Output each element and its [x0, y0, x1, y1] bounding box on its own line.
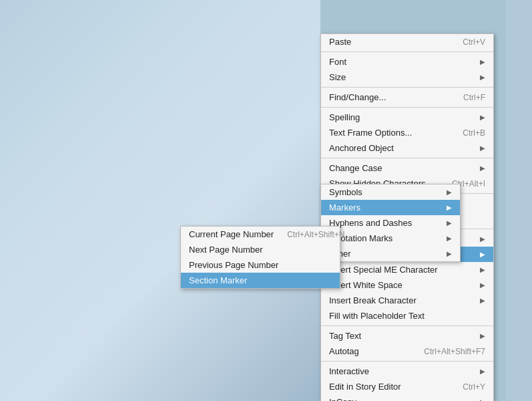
menu-item-text-frame-options---[interactable]: Text Frame Options...Ctrl+B — [321, 125, 493, 140]
submenu-arrow-icon: ▶ — [480, 144, 485, 152]
submenu-arrow-icon: ▶ — [480, 266, 485, 273]
submenu-arrow-icon: ▶ — [480, 164, 485, 172]
submenu-arrow-icon: ▶ — [480, 74, 485, 81]
menu-item-label: Previous Page Number — [189, 260, 278, 270]
menu-item-find-change---[interactable]: Find/Change...Ctrl+F — [321, 90, 493, 105]
submenu-arrow-icon: ▶ — [480, 281, 485, 289]
submenu-arrow-icon: ▶ — [480, 368, 485, 375]
menu-item-label: Interactive — [329, 366, 369, 376]
submenu-arrow-icon: ▶ — [447, 219, 452, 227]
menu-item-label: Paste — [329, 37, 351, 47]
menu-item-label: Find/Change... — [329, 92, 386, 102]
menu-item-insert-break-character[interactable]: Insert Break Character▶ — [321, 293, 493, 308]
menu-item-paste[interactable]: PasteCtrl+V — [321, 34, 493, 49]
menu-separator — [321, 361, 493, 362]
menu-separator — [321, 51, 493, 52]
menu-item-label: Insert Break Character — [329, 295, 417, 305]
submenu-arrow-icon: ▶ — [480, 398, 485, 401]
submenu-arrow-icon: ▶ — [447, 204, 452, 211]
menu-item-change-case[interactable]: Change Case▶ — [321, 160, 493, 176]
submenu-l2-item-current-page-number[interactable]: Current Page NumberCtrl+Alt+Shift+N — [181, 227, 340, 242]
submenu-l2-item-next-page-number[interactable]: Next Page Number — [181, 242, 340, 257]
submenu-arrow-icon: ▶ — [447, 250, 452, 257]
submenu-l1-item-hyphens-and-dashes[interactable]: Hyphens and Dashes▶ — [321, 215, 460, 231]
menu-item-label: Autotag — [329, 346, 359, 356]
menu-item-label: Markers — [329, 203, 360, 213]
menu-item-label: Font — [329, 57, 346, 67]
submenu-l1-item-other[interactable]: Other▶ — [321, 246, 460, 261]
menu-item-label: Current Page Number — [189, 229, 274, 239]
submenu-arrow-icon: ▶ — [447, 235, 452, 242]
menu-item-font[interactable]: Font▶ — [321, 54, 493, 70]
menu-item-size[interactable]: Size▶ — [321, 70, 493, 85]
menu-item-spelling[interactable]: Spelling▶ — [321, 110, 493, 125]
submenu-arrow-icon: ▶ — [480, 251, 485, 258]
menu-separator — [321, 107, 493, 108]
menu-item-shortcut: Ctrl+V — [463, 37, 485, 47]
menu-item-insert-white-space[interactable]: Insert White Space▶ — [321, 277, 493, 293]
menu-item-edit-in-story-editor[interactable]: Edit in Story EditorCtrl+Y — [321, 379, 493, 394]
menu-item-label: Insert Special ME Character — [329, 265, 438, 275]
submenu-arrow-icon: ▶ — [447, 188, 452, 196]
menu-item-label: Tag Text — [329, 331, 361, 341]
canvas-background — [0, 0, 320, 401]
submenu-special-character: Symbols▶Markers▶Hyphens and Dashes▶Quota… — [320, 184, 461, 262]
menu-item-label: Anchored Object — [329, 143, 394, 153]
menu-item-tag-text[interactable]: Tag Text▶ — [321, 328, 493, 344]
menu-item-incopy[interactable]: InCopy▶ — [321, 394, 493, 401]
menu-item-fill-with-placeholder-text[interactable]: Fill with Placeholder Text — [321, 308, 493, 323]
menu-separator — [321, 158, 493, 158]
menu-separator — [321, 325, 493, 326]
submenu-l2-item-section-marker[interactable]: Section Marker — [181, 273, 340, 288]
menu-item-anchored-object[interactable]: Anchored Object▶ — [321, 140, 493, 156]
menu-item-shortcut: Ctrl+Alt+Shift+N — [287, 230, 344, 239]
submenu-arrow-icon: ▶ — [480, 332, 485, 340]
menu-item-label: InCopy — [329, 397, 356, 401]
menu-item-shortcut: Ctrl+B — [463, 128, 485, 138]
submenu-l2-item-previous-page-number[interactable]: Previous Page Number — [181, 257, 340, 273]
menu-item-label: Change Case — [329, 163, 382, 173]
menu-item-label: Fill with Placeholder Text — [329, 311, 425, 321]
menu-item-label: Size — [329, 72, 346, 82]
menu-item-label: Edit in Story Editor — [329, 382, 401, 392]
menu-item-shortcut: Ctrl+Y — [463, 382, 485, 392]
submenu-arrow-icon: ▶ — [480, 114, 485, 121]
submenu-arrow-icon: ▶ — [480, 235, 485, 243]
menu-item-label: Hyphens and Dashes — [329, 218, 412, 228]
menu-item-label: Symbols — [329, 187, 362, 197]
submenu-markers: Current Page NumberCtrl+Alt+Shift+NNext … — [180, 226, 340, 289]
submenu-arrow-icon: ▶ — [480, 58, 485, 65]
menu-item-interactive[interactable]: Interactive▶ — [321, 364, 493, 379]
menu-item-autotag[interactable]: AutotagCtrl+Alt+Shift+F7 — [321, 344, 493, 359]
submenu-l1-item-symbols[interactable]: Symbols▶ — [321, 184, 460, 200]
submenu-arrow-icon: ▶ — [480, 297, 485, 304]
menu-item-shortcut: Ctrl+F — [463, 93, 485, 102]
right-sidebar — [505, 0, 532, 401]
menu-item-label: Spelling — [329, 112, 360, 122]
menu-item-shortcut: Ctrl+Alt+Shift+F7 — [424, 347, 485, 356]
menu-item-label: Text Frame Options... — [329, 128, 412, 138]
menu-item-insert-special-me-character[interactable]: Insert Special ME Character▶ — [321, 262, 493, 277]
menu-item-label: Section Marker — [189, 275, 247, 285]
menu-separator — [321, 87, 493, 88]
submenu-l1-item-markers[interactable]: Markers▶ — [321, 200, 460, 215]
menu-item-label: Next Page Number — [189, 245, 263, 255]
